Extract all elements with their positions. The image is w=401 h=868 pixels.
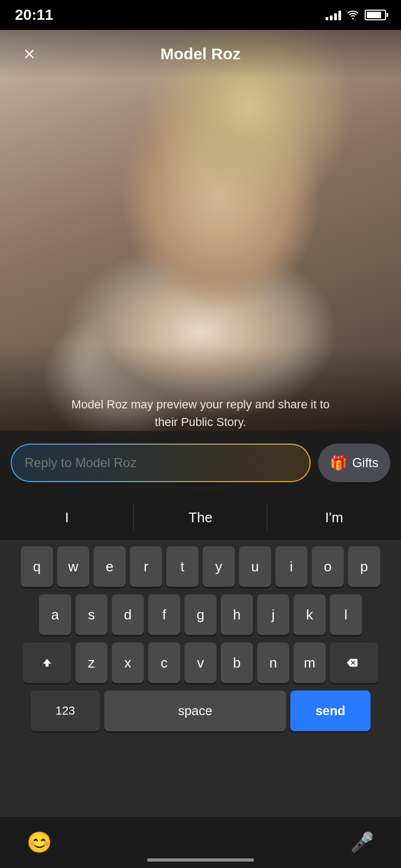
key-r[interactable]: r [130, 546, 162, 587]
signal-icon [326, 10, 341, 20]
key-c[interactable]: c [148, 642, 180, 683]
reply-area: 🎁 Gifts [0, 431, 401, 495]
keyboard-row-3: z x c v b n m [2, 642, 399, 683]
preview-text-content: Model Roz may preview your reply and sha… [72, 398, 330, 411]
preview-text-line2: their Public Story. [155, 415, 246, 429]
reply-input[interactable] [25, 455, 297, 470]
prediction-text-1: I [65, 509, 68, 526]
prediction-item-3[interactable]: I'm [267, 495, 401, 540]
key-f[interactable]: f [148, 594, 180, 635]
key-q[interactable]: q [21, 546, 53, 587]
keyboard-row-1: q w e r t y u i o p [2, 546, 399, 587]
numbers-key[interactable]: 123 [30, 691, 100, 731]
prediction-item-2[interactable]: The [134, 495, 267, 540]
close-icon [22, 46, 37, 61]
key-x[interactable]: x [112, 642, 144, 683]
key-j[interactable]: j [257, 594, 289, 635]
key-d[interactable]: d [112, 594, 144, 635]
key-n[interactable]: n [257, 642, 289, 683]
key-l[interactable]: l [330, 594, 362, 635]
key-i[interactable]: i [275, 546, 307, 587]
shift-key[interactable] [23, 642, 71, 683]
close-button[interactable] [16, 41, 43, 67]
story-title: Model Roz [43, 45, 358, 63]
preview-text: Model Roz may preview your reply and sha… [0, 396, 401, 431]
key-g[interactable]: g [184, 594, 217, 635]
prediction-text-3: I'm [325, 509, 343, 526]
key-p[interactable]: p [348, 546, 380, 587]
key-s[interactable]: s [75, 594, 107, 635]
key-u[interactable]: u [239, 546, 271, 587]
story-area: Model Roz Model Roz may preview your rep… [0, 30, 401, 495]
status-bar: 20:11 [0, 0, 401, 30]
key-y[interactable]: y [203, 546, 235, 587]
key-b[interactable]: b [221, 642, 253, 683]
key-a[interactable]: a [39, 594, 71, 635]
keyboard-row-4: 123 space send [2, 691, 399, 731]
key-o[interactable]: o [312, 546, 344, 587]
gift-icon: 🎁 [330, 455, 347, 471]
gifts-button[interactable]: 🎁 Gifts [318, 444, 390, 482]
key-k[interactable]: k [294, 594, 326, 635]
prediction-text-2: The [189, 509, 213, 526]
story-header: Model Roz [0, 30, 401, 78]
shift-icon [41, 657, 53, 669]
key-w[interactable]: w [57, 546, 89, 587]
battery-icon [365, 10, 386, 20]
key-m[interactable]: m [294, 642, 326, 683]
emoji-button[interactable]: 😊 [27, 831, 52, 854]
space-key[interactable]: space [104, 691, 286, 731]
key-z[interactable]: z [75, 642, 107, 683]
mic-button[interactable]: 🎤 [350, 831, 374, 854]
send-key[interactable]: send [290, 691, 371, 731]
reply-input-wrapper[interactable] [11, 444, 311, 482]
predictions-bar: I The I'm [0, 495, 401, 540]
home-indicator [147, 858, 254, 862]
backspace-key[interactable] [330, 642, 378, 683]
keyboard: q w e r t y u i o p a s d f g h j k l z … [0, 540, 401, 817]
key-h[interactable]: h [221, 594, 253, 635]
gifts-label: Gifts [352, 455, 379, 470]
key-t[interactable]: t [166, 546, 198, 587]
status-time: 20:11 [15, 6, 53, 24]
keyboard-row-2: a s d f g h j k l [2, 594, 399, 635]
status-icons [326, 10, 386, 20]
prediction-item-1[interactable]: I [0, 495, 134, 540]
backspace-icon [347, 657, 361, 668]
key-v[interactable]: v [184, 642, 217, 683]
key-e[interactable]: e [94, 546, 126, 587]
wifi-icon [346, 10, 359, 20]
bottom-bar: 😊 🎤 [0, 817, 401, 868]
